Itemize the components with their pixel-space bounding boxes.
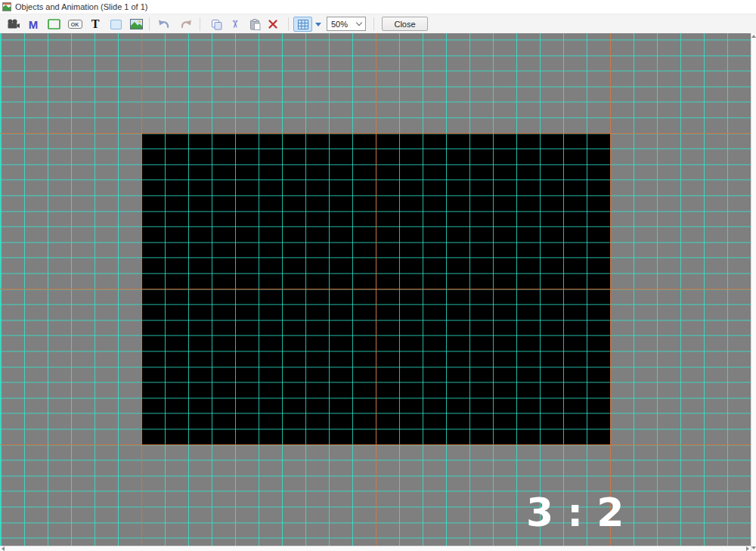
toolbar-separator [149, 17, 150, 31]
undo-button[interactable] [156, 17, 172, 32]
text-tool-icon: T [91, 17, 100, 31]
zoom-select[interactable]: 50% [327, 17, 366, 31]
grid-accent-hline [0, 444, 751, 445]
grid-accent-vline [610, 33, 611, 546]
rectangle-tool-button[interactable] [108, 17, 123, 32]
toolbar-separator [373, 17, 374, 31]
delete-button[interactable] [265, 17, 280, 32]
copy-button[interactable] [209, 17, 224, 32]
paste-button[interactable] [247, 17, 262, 32]
titlebar: Objects and Animation (Slide 1 of 1) [0, 0, 756, 14]
toolbar-separator [200, 17, 200, 31]
aspect-ratio-label: 3 : 2 [526, 490, 624, 535]
mask-tool-icon: M [29, 18, 39, 31]
zoom-value: 50% [331, 20, 357, 29]
frame-tool-button[interactable] [46, 17, 61, 32]
cut-button[interactable]: ✂ [228, 17, 243, 32]
editor-canvas[interactable]: 3 : 2 [0, 33, 751, 546]
grid-options-button[interactable] [313, 17, 323, 32]
button-tool-icon: OK [68, 20, 82, 29]
grid-toggle-button[interactable] [293, 17, 312, 32]
image-tool-icon [130, 19, 143, 29]
scroll-down-icon [751, 546, 756, 549]
paste-icon [249, 19, 261, 30]
video-camera-icon [6, 18, 20, 30]
toolbar-separator [288, 17, 289, 31]
redo-button[interactable] [178, 17, 194, 32]
app-icon [2, 2, 11, 11]
grid-options-caret-icon [315, 23, 321, 26]
vertical-scrollbar[interactable] [751, 33, 756, 551]
frame-tool-icon [48, 19, 60, 29]
video-tool-button[interactable] [5, 17, 21, 32]
slide-area[interactable] [141, 133, 610, 444]
grid-toggle-icon [298, 20, 308, 29]
scroll-up-icon [751, 35, 756, 38]
copy-icon [210, 19, 223, 30]
toolbar: M OK T [0, 14, 756, 33]
window-title: Objects and Animation (Slide 1 of 1) [15, 2, 147, 11]
add-image-button[interactable] [129, 17, 144, 32]
cut-icon: ✂ [229, 20, 241, 29]
zoom-chevron-icon [356, 20, 362, 26]
mask-tool-button[interactable]: M [26, 17, 41, 32]
horizontal-scrollbar[interactable] [0, 546, 751, 551]
delete-icon [268, 19, 278, 29]
button-tool-button[interactable]: OK [67, 17, 83, 32]
redo-icon [180, 19, 192, 29]
undo-icon [158, 19, 170, 29]
text-tool-button[interactable]: T [88, 17, 103, 32]
close-button[interactable]: Close [382, 17, 428, 31]
rectangle-tool-icon [110, 20, 122, 29]
scroll-left-icon [2, 546, 5, 551]
scroll-right-icon [746, 546, 749, 551]
objects-and-animation-window: Objects and Animation (Slide 1 of 1) M O… [0, 0, 756, 551]
